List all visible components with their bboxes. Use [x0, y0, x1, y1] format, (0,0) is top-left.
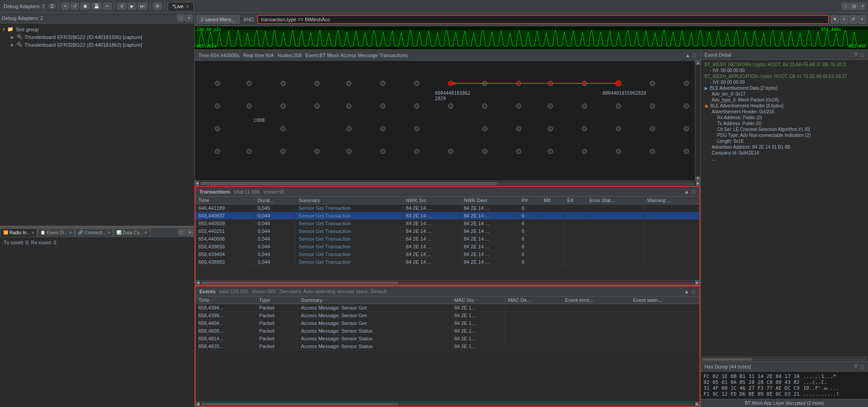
- table-row[interactable]: 652,4402510,044Sensor Get Transaction84 …: [196, 228, 699, 235]
- filter-dropdown-btn[interactable]: ▼: [831, 15, 839, 24]
- bottom-panel-expand-btn[interactable]: □: [178, 229, 185, 236]
- transactions-hscroll-left[interactable]: ◀: [196, 281, 200, 285]
- list-item[interactable]: 658,4404...PacketAccess Message: Sensor …: [196, 320, 699, 327]
- events-table-scroll[interactable]: Time Type Summary MAC Src MAC De... Even…: [196, 296, 699, 402]
- detail-group-adv-header[interactable]: ◉ BLE Advertisement Header [8 bytes]: [701, 103, 868, 109]
- tab-radio-close[interactable]: ×: [32, 230, 34, 235]
- waveform-area[interactable]: // Will generate green bars via JS below…: [195, 26, 868, 50]
- col-time[interactable]: Time: [196, 197, 255, 204]
- live-tab-close[interactable]: ×: [186, 4, 189, 9]
- col-e[interactable]: E#: [564, 197, 587, 204]
- toolbar-save-btn[interactable]: 💾: [92, 3, 101, 10]
- list-item[interactable]: 658,4809...PacketAccess Message: Sensor …: [196, 327, 699, 335]
- hex-row-1: FC 02 1E 8B B1 31 14 2E 84 17 2A ......1…: [704, 373, 865, 379]
- events-scroll-up[interactable]: ▲: [683, 289, 690, 294]
- table-row[interactable]: 646,4411890,045Sensor Get Transaction84 …: [196, 204, 699, 212]
- event-header-scroll-up[interactable]: ▲: [684, 53, 691, 58]
- ev-col-error[interactable]: Event error...: [562, 296, 630, 304]
- tab-connecti[interactable]: 🔗 Connecti... ×: [75, 228, 113, 237]
- saved-filters-btn[interactable]: 2 saved filters...: [197, 15, 240, 24]
- diagram-scroll-down[interactable]: ▼: [695, 176, 701, 180]
- filter-add-btn[interactable]: +: [840, 15, 848, 24]
- col-nwk-src[interactable]: NWK Src: [403, 197, 461, 204]
- filter-clear-btn[interactable]: ×: [858, 15, 866, 24]
- col-warning[interactable]: Warning ...: [644, 197, 699, 204]
- list-item[interactable]: 658,4399...PacketAccess Message: Sensor …: [196, 312, 699, 320]
- bottom-panel-close-btn[interactable]: ×: [186, 229, 193, 236]
- event-detail-expand[interactable]: □: [859, 52, 864, 58]
- transactions-scroll-up[interactable]: ▲: [683, 189, 690, 194]
- diagram-scroll-up[interactable]: ▲: [695, 61, 701, 65]
- list-item[interactable]: 658,4814...PacketAccess Message: Sensor …: [196, 335, 699, 343]
- table-row[interactable]: 648,4409370,044Sensor Get Transaction84 …: [196, 212, 699, 220]
- toolbar-close-btn[interactable]: ×: [62, 3, 69, 10]
- ev-col-mac-src[interactable]: MAC Src: [451, 296, 505, 304]
- ev-col-type[interactable]: Type: [256, 296, 298, 304]
- col-m[interactable]: M#: [541, 197, 564, 204]
- list-item[interactable]: 658,4820...PacketAccess Message: Sensor …: [196, 343, 699, 350]
- table-row[interactable]: 654,4400060,044Sensor Get Transaction84 …: [196, 235, 699, 243]
- tab-data-close[interactable]: ×: [145, 230, 147, 235]
- events-hscroll-left[interactable]: ◀: [196, 402, 200, 407]
- ev-col-time[interactable]: Time: [196, 296, 256, 304]
- col-error-stat[interactable]: Error Stat...: [587, 197, 645, 204]
- tab-connecti-close[interactable]: ×: [107, 230, 110, 235]
- hex-expand[interactable]: □: [859, 363, 864, 369]
- diagram-hscroll-left[interactable]: ◀: [195, 181, 199, 186]
- diagram-hscroll-right[interactable]: ▶: [696, 181, 700, 186]
- toolbar-stop-btn[interactable]: ⏹: [81, 3, 90, 10]
- col-nwk-dest[interactable]: NWK Dest: [461, 197, 519, 204]
- detail-group-adv-data[interactable]: ▶ BLE Advertisement Data [2 bytes]: [701, 85, 868, 91]
- diagram-hscrollbar[interactable]: ◀ ▶: [195, 180, 700, 186]
- hex-ascii-4: ...........!: [803, 391, 839, 397]
- svg-point-53: [616, 126, 621, 131]
- list-item[interactable]: 658,4394...PacketAccess Message: Sensor …: [196, 304, 699, 312]
- detail-hscrollbar[interactable]: [701, 357, 868, 361]
- table-row[interactable]: 660,4389830,044Sensor Get Transaction84 …: [196, 258, 699, 266]
- tab-radio-in[interactable]: 📶 Radio In... ×: [0, 228, 37, 237]
- event-detail-collapse[interactable]: ▽: [853, 52, 858, 58]
- tab-data-ca[interactable]: 📊 Data Ca... ×: [113, 228, 150, 237]
- hex-collapse[interactable]: ▽: [853, 363, 858, 369]
- live-tab[interactable]: *Live ×: [168, 2, 194, 10]
- transactions-hscrollbar[interactable]: ◀ ▶: [196, 280, 699, 285]
- table-row[interactable]: 656,4396560,044Sensor Get Transaction84 …: [196, 243, 699, 251]
- table-row[interactable]: 658,4394040,044Sensor Get Transaction84 …: [196, 251, 699, 258]
- svg-point-38: [548, 104, 553, 108]
- tree-item-device2[interactable]: ▶ 🔌 Thunderboard EFR32BG22 (ID:440181862…: [0, 41, 194, 48]
- col-duration[interactable]: Durat...: [255, 197, 295, 204]
- filter-refresh-btn[interactable]: ↺: [849, 15, 857, 24]
- toolbar-skip-btn[interactable]: ⏭: [138, 3, 147, 10]
- filter-input[interactable]: [257, 15, 829, 24]
- ev-col-mac-dest[interactable]: MAC De...: [505, 296, 562, 304]
- diagram-area[interactable]: 0004440181862 2029 0004401815962028: [195, 61, 700, 180]
- diagram-scrollbar[interactable]: ▲ ▼: [695, 61, 700, 180]
- col-summary[interactable]: Summary: [296, 197, 403, 204]
- left-panel-expand-btn[interactable]: □: [177, 15, 184, 21]
- transactions-expand[interactable]: □: [691, 189, 696, 194]
- ev-col-summary[interactable]: Summary: [298, 296, 452, 304]
- tab-event-di[interactable]: 📋 Event Di... ×: [37, 228, 75, 237]
- ev-col-warn[interactable]: Event warn...: [630, 296, 699, 304]
- tree-item-test-group[interactable]: ▼ 📁 Test group: [0, 25, 194, 33]
- tab-event-close[interactable]: ×: [69, 230, 72, 235]
- toolbar-restore-btn[interactable]: ⊟: [850, 3, 858, 10]
- transactions-hscroll-right[interactable]: ▶: [695, 281, 699, 285]
- toolbar-pause-btn[interactable]: ⏸: [117, 3, 126, 10]
- transactions-table-scroll[interactable]: Time Durat... Summary NWK Src NWK Dest P…: [196, 197, 699, 280]
- toolbar-refresh-btn[interactable]: ↺: [71, 3, 79, 10]
- event-header-expand[interactable]: □: [692, 53, 697, 58]
- detail-more: ...: [701, 156, 868, 162]
- toolbar-close-window-btn[interactable]: ×: [859, 3, 866, 10]
- events-hscrollbar[interactable]: ◀ ▶: [196, 402, 699, 406]
- toolbar-settings-btn[interactable]: ⚙: [153, 3, 162, 10]
- toolbar-play-btn[interactable]: ▶: [128, 3, 136, 10]
- tree-item-device1[interactable]: ▶ 🔌 Thunderboard EFR32BG22 (ID:440181596…: [0, 33, 194, 41]
- toolbar-cut-btn[interactable]: ✂: [103, 3, 111, 10]
- left-panel-close-btn[interactable]: ×: [185, 15, 193, 21]
- events-hscroll-right[interactable]: ▶: [695, 402, 699, 407]
- toolbar-expand-btn[interactable]: □: [842, 3, 849, 10]
- table-row[interactable]: 650,4405090,044Sensor Get Transaction84 …: [196, 220, 699, 228]
- col-p[interactable]: P#: [519, 197, 541, 204]
- events-expand[interactable]: □: [691, 289, 696, 294]
